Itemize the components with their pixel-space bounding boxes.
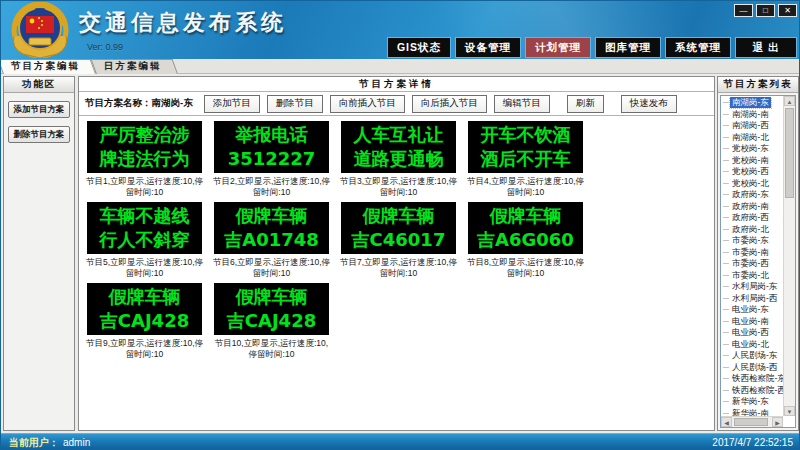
nav-button-plan-management[interactable]: 计划管理 [525, 37, 591, 58]
scheme-list-item[interactable]: 电业岗-东 [721, 304, 783, 316]
scheme-list-item[interactable]: 铁西检察院-东 [721, 373, 783, 385]
horizontal-scroll-thumb[interactable] [734, 418, 768, 426]
insert-program-before-button[interactable]: 向前插入节目 [330, 95, 405, 113]
main-nav: GIS状态设备管理计划管理图库管理系统管理退 出 [387, 37, 797, 58]
led-display: 假牌车辆吉CAJ428 [87, 283, 202, 335]
scheme-list-item-label: 新华岗-南 [730, 408, 771, 416]
scheme-list-item[interactable]: 水利局岗-东 [721, 281, 783, 293]
delete-program-button[interactable]: 删除节目 [267, 95, 323, 113]
nav-button-gis-status[interactable]: GIS状态 [387, 37, 451, 58]
program-item[interactable]: 严厉整治涉牌违法行为节目1,立即显示,运行速度:10,停留时间:10 [81, 121, 208, 197]
scheme-list-item[interactable]: 政府岗-北 [721, 224, 783, 236]
vertical-scroll-thumb[interactable] [785, 108, 794, 198]
add-scheme-button[interactable]: 添加节目方案 [8, 101, 70, 118]
scheme-list-item[interactable]: 南湖岗-西 [721, 120, 783, 132]
led-line2: 吉A01748 [224, 228, 319, 252]
function-panel-title: 功能区 [4, 77, 74, 93]
minimize-button[interactable]: — [734, 4, 753, 17]
led-line1: 假牌车辆 [363, 204, 435, 228]
scheme-list-item[interactable]: 水利局岗-西 [721, 293, 783, 305]
scheme-list-item[interactable]: 市委岗-北 [721, 270, 783, 282]
scheme-list-item[interactable]: 政府岗-西 [721, 212, 783, 224]
program-caption: 节目9,立即显示,运行速度:10,停留时间:10 [84, 338, 205, 359]
maximize-button[interactable]: □ [756, 4, 775, 17]
scheme-list-item[interactable]: 党校岗-东 [721, 143, 783, 155]
insert-program-after-button[interactable]: 向后插入节目 [412, 95, 487, 113]
led-display: 开车不饮酒酒后不开车 [468, 121, 583, 173]
program-item[interactable]: 开车不饮酒酒后不开车节目4,立即显示,运行速度:10,停留时间:10 [462, 121, 589, 197]
scroll-up-icon[interactable]: ▲ [784, 96, 795, 106]
scheme-list-item[interactable]: 电业岗-北 [721, 339, 783, 351]
scheme-list-item[interactable]: 党校岗-南 [721, 155, 783, 167]
tab-program-scheme-edit[interactable]: 节目方案编辑 [3, 59, 96, 74]
tree-connector [723, 102, 729, 103]
scheme-list-item[interactable]: 南湖岗-南 [721, 109, 783, 121]
status-bar: 当前用户： admin 2017/4/7 22:52:15 [1, 433, 800, 450]
program-caption: 节目2,立即显示,运行速度:10,停留时间:10 [211, 176, 332, 197]
led-display: 人车互礼让道路更通畅 [341, 121, 456, 173]
scheme-list-title: 节目方案列表 [718, 77, 798, 93]
tab-day-scheme-edit[interactable]: 日方案编辑 [96, 59, 178, 74]
program-item[interactable]: 假牌车辆吉CAJ428节目9,立即显示,运行速度:10,停留时间:10 [81, 283, 208, 359]
led-line2: 吉A6G060 [477, 228, 574, 252]
scheme-listbox: 南湖岗-东南湖岗-南南湖岗-西南湖岗-北党校岗-东党校岗-南党校岗-西党校岗-北… [720, 95, 796, 428]
scheme-list-item[interactable]: 市委岗-东 [721, 235, 783, 247]
nav-button-system-management[interactable]: 系统管理 [665, 37, 731, 58]
led-display: 假牌车辆吉A01748 [214, 202, 329, 254]
close-button[interactable]: ✕ [778, 4, 797, 17]
scheme-list-item[interactable]: 电业岗-西 [721, 327, 783, 339]
program-item[interactable]: 人车互礼让道路更通畅节目3,立即显示,运行速度:10,停留时间:10 [335, 121, 462, 197]
scheme-list-item[interactable]: 南湖岗-北 [721, 132, 783, 144]
program-item[interactable]: 假牌车辆吉A6G060节目8,立即显示,运行速度:10,停留时间:10 [462, 202, 589, 278]
add-program-button[interactable]: 添加节目 [204, 95, 260, 113]
tree-connector [723, 252, 729, 253]
tab-bar: 节目方案编辑日方案编辑 [1, 59, 800, 74]
tree-connector [723, 321, 729, 322]
scheme-list-item[interactable]: 铁西检察院-西 [721, 385, 783, 397]
program-item[interactable]: 举报电话3512227节目2,立即显示,运行速度:10,停留时间:10 [208, 121, 335, 197]
vertical-scrollbar[interactable]: ▲ ▼ [783, 96, 795, 416]
scheme-list-item[interactable]: 政府岗-东 [721, 189, 783, 201]
scroll-right-icon[interactable]: ▶ [772, 417, 783, 427]
scheme-list-item-label: 党校岗-南 [730, 155, 771, 166]
police-badge-logo [9, 2, 71, 58]
scheme-list-item[interactable]: 市委岗-南 [721, 247, 783, 259]
tree-connector [723, 355, 729, 356]
nav-button-device-management[interactable]: 设备管理 [455, 37, 521, 58]
status-user-value: admin [63, 437, 90, 448]
nav-button-exit[interactable]: 退 出 [735, 37, 797, 58]
scheme-list-item[interactable]: 新华岗-东 [721, 396, 783, 408]
tree-connector [723, 378, 729, 379]
edit-program-button[interactable]: 编辑节目 [494, 95, 550, 113]
quick-publish-button[interactable]: 快速发布 [621, 95, 677, 113]
nav-button-gallery-management[interactable]: 图库管理 [595, 37, 661, 58]
tree-connector [723, 332, 729, 333]
delete-scheme-button[interactable]: 删除节目方案 [8, 126, 70, 143]
refresh-button[interactable]: 刷新 [567, 95, 604, 113]
scroll-down-icon[interactable]: ▼ [784, 406, 795, 416]
program-item[interactable]: 假牌车辆吉CAJ428节目10,立即显示,运行速度:10,停留时间:10 [208, 283, 335, 359]
tree-connector [723, 160, 729, 161]
status-datetime: 2017/4/7 22:52:15 [712, 437, 793, 448]
scheme-list-item[interactable]: 南湖岗-东 [721, 97, 783, 109]
scheme-list-item[interactable]: 人民剧场-东 [721, 350, 783, 362]
scheme-list-item[interactable]: 党校岗-北 [721, 178, 783, 190]
scheme-list-item[interactable]: 人民剧场-西 [721, 362, 783, 374]
program-item[interactable]: 车辆不越线行人不斜穿节目5,立即显示,运行速度:10,停留时间:10 [81, 202, 208, 278]
scheme-list-item[interactable]: 电业岗-南 [721, 316, 783, 328]
scheme-list-item[interactable]: 政府岗-南 [721, 201, 783, 213]
program-item[interactable]: 假牌车辆吉A01748节目6,立即显示,运行速度:10,停留时间:10 [208, 202, 335, 278]
tree-connector [723, 309, 729, 310]
scheme-list-item[interactable]: 新华岗-南 [721, 408, 783, 417]
scheme-list-item[interactable]: 市委岗-西 [721, 258, 783, 270]
scheme-list-item[interactable]: 党校岗-西 [721, 166, 783, 178]
scroll-left-icon[interactable]: ◀ [721, 417, 732, 427]
version-label: Ver: 0.99 [87, 42, 123, 52]
scheme-items: 南湖岗-东南湖岗-南南湖岗-西南湖岗-北党校岗-东党校岗-南党校岗-西党校岗-北… [721, 97, 783, 416]
program-item[interactable]: 假牌车辆吉C46017节目7,立即显示,运行速度:10,停留时间:10 [335, 202, 462, 278]
app-window: 交通信息发布系统 Ver: 0.99 — □ ✕ GIS状态设备管理计划管理图库… [0, 0, 800, 450]
horizontal-scrollbar[interactable]: ◀ ▶ [721, 416, 783, 427]
scheme-list-item-label: 南湖岗-东 [730, 97, 771, 108]
header: 交通信息发布系统 Ver: 0.99 — □ ✕ GIS状态设备管理计划管理图库… [1, 1, 800, 59]
tree-connector [723, 125, 729, 126]
